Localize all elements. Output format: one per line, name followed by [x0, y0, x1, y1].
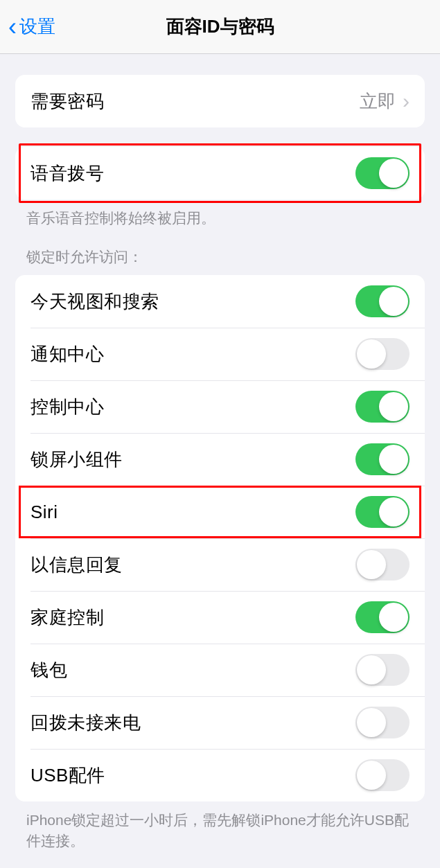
- lock-access-row: 以信息回复: [15, 538, 425, 591]
- lock-access-row: 回拨未接来电: [15, 696, 425, 749]
- toggle-knob: [357, 339, 386, 369]
- back-label: 设置: [19, 15, 55, 39]
- lock-access-toggle[interactable]: [355, 601, 410, 633]
- lock-access-row: 今天视图和搜索: [15, 275, 425, 328]
- lock-access-item-label: Siri: [30, 502, 58, 523]
- toggle-knob: [357, 761, 386, 790]
- toggle-knob: [357, 550, 386, 579]
- toggle-knob: [357, 708, 386, 737]
- lock-access-toggle[interactable]: [355, 443, 410, 475]
- lock-access-toggle[interactable]: [355, 549, 410, 581]
- lock-access-toggle[interactable]: [355, 759, 410, 791]
- toggle-knob: [357, 655, 386, 684]
- require-passcode-label: 需要密码: [30, 89, 104, 114]
- require-passcode-row[interactable]: 需要密码 立即 ›: [15, 75, 425, 127]
- lock-access-toggle[interactable]: [355, 707, 410, 738]
- lock-access-row: 锁屏小组件: [15, 433, 425, 486]
- toggle-knob: [379, 603, 408, 632]
- toggle-knob: [379, 287, 408, 316]
- lock-access-toggle[interactable]: [355, 654, 410, 686]
- back-button[interactable]: ‹ 设置: [0, 12, 55, 42]
- lock-access-item-label: 控制中心: [30, 395, 104, 419]
- lock-access-toggle[interactable]: [355, 391, 410, 423]
- toggle-knob: [379, 159, 408, 188]
- toggle-knob: [379, 497, 408, 526]
- voice-dial-row: 语音拨号: [15, 147, 425, 200]
- require-passcode-value: 立即: [360, 89, 396, 114]
- lock-access-header: 锁定时允许访问：: [0, 247, 440, 275]
- lock-access-item-label: 通知中心: [30, 342, 104, 366]
- toggle-knob: [379, 445, 408, 474]
- lock-access-toggle[interactable]: [355, 496, 410, 528]
- lock-access-item-label: 钱包: [30, 658, 67, 682]
- lock-access-item-label: 今天视图和搜索: [30, 290, 159, 314]
- voice-dial-label: 语音拨号: [30, 161, 104, 186]
- lock-access-toggle[interactable]: [355, 338, 410, 370]
- lock-access-row: 通知中心: [15, 328, 425, 380]
- page-title: 面容ID与密码: [166, 15, 274, 39]
- chevron-left-icon: ‹: [8, 12, 17, 42]
- lock-access-row: 控制中心: [15, 380, 425, 433]
- lock-access-item-label: 锁屏小组件: [30, 448, 123, 472]
- lock-access-item-label: 回拨未接来电: [30, 711, 141, 735]
- lock-access-row: 钱包: [15, 644, 425, 696]
- lock-access-item-label: 以信息回复: [30, 553, 123, 577]
- lock-access-item-label: USB配件: [30, 763, 105, 788]
- lock-access-row: USB配件: [15, 749, 425, 801]
- lock-access-row: Siri: [15, 486, 425, 538]
- lock-access-toggle[interactable]: [355, 285, 410, 317]
- lock-access-item-label: 家庭控制: [30, 605, 104, 630]
- voice-dial-toggle[interactable]: [355, 157, 410, 189]
- header: ‹ 设置 面容ID与密码: [0, 0, 440, 54]
- lock-access-row: 家庭控制: [15, 591, 425, 644]
- voice-dial-footer: 音乐语音控制将始终被启用。: [0, 200, 440, 228]
- lock-access-footer: iPhone锁定超过一小时后，需先解锁iPhone才能允许USB配件连接。: [0, 801, 440, 851]
- toggle-knob: [379, 392, 408, 421]
- chevron-right-icon: ›: [403, 89, 410, 113]
